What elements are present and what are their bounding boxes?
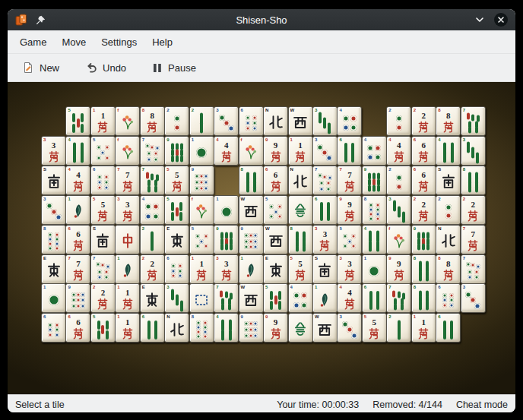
tile-b5[interactable]: 5: [90, 313, 116, 343]
tile-b8[interactable]: 8: [239, 166, 264, 195]
tile-b9[interactable]: 9: [164, 136, 189, 166]
tile-w9[interactable]: 99: [263, 313, 288, 343]
tile-W[interactable]: W: [312, 313, 338, 343]
tile-w7[interactable]: 77: [461, 225, 486, 254]
tile-w1[interactable]: 11: [411, 313, 436, 343]
tile-N[interactable]: N: [263, 106, 288, 136]
tile-FL[interactable]: f: [386, 225, 411, 254]
tile-b6[interactable]: 6: [362, 283, 387, 313]
tile-c1[interactable]: 1: [41, 283, 66, 313]
tile-c3[interactable]: 3: [312, 136, 338, 166]
tile-FL[interactable]: f: [239, 136, 264, 166]
tile-w3[interactable]: 33: [41, 136, 66, 166]
tile-w3[interactable]: 33: [115, 195, 140, 225]
tile-DW[interactable]: [189, 283, 214, 313]
tile-DG[interactable]: [288, 195, 313, 225]
tile-c5[interactable]: 5: [189, 225, 214, 254]
tile-w6[interactable]: 66: [65, 313, 90, 343]
tile-w1[interactable]: 11: [115, 283, 140, 313]
tile-c5[interactable]: 5: [337, 225, 362, 254]
tile-b3[interactable]: 3: [164, 283, 189, 313]
tile-c3[interactable]: 3: [461, 283, 486, 313]
tile-w7[interactable]: 77: [65, 254, 90, 284]
tile-w9[interactable]: 99: [337, 195, 362, 225]
tile-w1[interactable]: 11: [189, 254, 214, 284]
tile-w8[interactable]: 88: [140, 106, 165, 136]
pin-icon[interactable]: [33, 13, 47, 27]
tile-c3[interactable]: 3: [214, 106, 239, 136]
tile-w6[interactable]: 66: [411, 166, 436, 195]
tile-b2[interactable]: 2: [189, 106, 214, 136]
tile-w6[interactable]: 66: [263, 166, 288, 195]
tile-c7[interactable]: 7: [90, 254, 116, 284]
tile-N[interactable]: N: [288, 166, 313, 195]
tile-w2[interactable]: 22: [411, 195, 436, 225]
tile-c4[interactable]: 4: [140, 195, 165, 225]
tile-c8[interactable]: 8: [41, 225, 66, 254]
tile-S[interactable]: S: [90, 225, 116, 254]
tile-b6[interactable]: 6: [436, 313, 461, 343]
tile-c9[interactable]: 9: [65, 283, 90, 313]
tile-b1[interactable]: 1: [65, 195, 90, 225]
tile-c6[interactable]: 6: [41, 313, 66, 343]
tile-w4[interactable]: 44: [214, 136, 239, 166]
tile-w5[interactable]: 55: [164, 166, 189, 195]
menu-settings[interactable]: Settings: [94, 33, 144, 52]
tile-c9[interactable]: 9: [189, 166, 214, 195]
tile-N[interactable]: N: [164, 313, 189, 343]
titlebar[interactable]: Shisen-Sho: [8, 9, 515, 30]
tile-b7[interactable]: 7: [461, 106, 486, 136]
tile-c8[interactable]: 8: [189, 313, 214, 343]
undo-button[interactable]: Undo: [78, 58, 133, 77]
tile-c2[interactable]: 2: [164, 106, 189, 136]
tile-E[interactable]: E: [164, 225, 189, 254]
tile-b9[interactable]: 9: [214, 225, 239, 254]
tile-w2[interactable]: 22: [90, 283, 116, 313]
tile-b5[interactable]: 5: [164, 195, 189, 225]
menu-game[interactable]: Game: [12, 33, 54, 52]
tile-c9[interactable]: 9: [239, 225, 264, 254]
close-button[interactable]: [494, 13, 508, 27]
tile-w2[interactable]: 22: [411, 106, 436, 136]
tile-w4[interactable]: 44: [337, 283, 362, 313]
tile-b4[interactable]: 4: [214, 313, 239, 343]
tile-b1[interactable]: 1: [312, 283, 338, 313]
tile-c5[interactable]: 5: [90, 136, 116, 166]
tile-FL[interactable]: f: [115, 106, 140, 136]
menu-move[interactable]: Move: [54, 33, 94, 52]
tile-c2[interactable]: 2: [386, 106, 411, 136]
tile-c7[interactable]: 7: [140, 136, 165, 166]
tile-c1[interactable]: 1: [214, 195, 239, 225]
tile-b4[interactable]: 4: [436, 136, 461, 166]
tile-w5[interactable]: 55: [288, 254, 313, 284]
tile-b1[interactable]: 1: [115, 254, 140, 284]
tile-w1[interactable]: 11: [90, 106, 116, 136]
tile-DG[interactable]: [288, 313, 313, 343]
tile-S[interactable]: S: [436, 166, 461, 195]
new-button[interactable]: New: [15, 58, 66, 77]
tile-w9[interactable]: 99: [386, 254, 411, 284]
tile-c6[interactable]: 6: [239, 106, 264, 136]
tile-b9[interactable]: 9: [362, 166, 387, 195]
tile-w4[interactable]: 44: [386, 136, 411, 166]
tile-w8[interactable]: 88: [436, 254, 461, 284]
tile-w1[interactable]: 11: [288, 136, 313, 166]
tile-b7[interactable]: 7: [140, 166, 165, 195]
tile-b5[interactable]: 5: [263, 283, 288, 313]
tile-b3[interactable]: 3: [386, 195, 411, 225]
tile-c7[interactable]: 7: [461, 254, 486, 284]
tile-b6[interactable]: 6: [337, 136, 362, 166]
tile-N[interactable]: N: [436, 225, 461, 254]
tile-b2[interactable]: 2: [386, 313, 411, 343]
tile-b7[interactable]: 7: [214, 283, 239, 313]
tile-w1[interactable]: 11: [115, 313, 140, 343]
tile-c3[interactable]: 3: [41, 195, 66, 225]
tile-w6[interactable]: 66: [411, 136, 436, 166]
tile-c2[interactable]: 2: [386, 166, 411, 195]
tile-W[interactable]: W: [288, 106, 313, 136]
tile-b9[interactable]: 9: [411, 225, 436, 254]
tile-w9[interactable]: 99: [263, 136, 288, 166]
tile-c1[interactable]: 1: [189, 136, 214, 166]
tile-w3[interactable]: 33: [214, 254, 239, 284]
tile-w8[interactable]: 88: [436, 106, 461, 136]
